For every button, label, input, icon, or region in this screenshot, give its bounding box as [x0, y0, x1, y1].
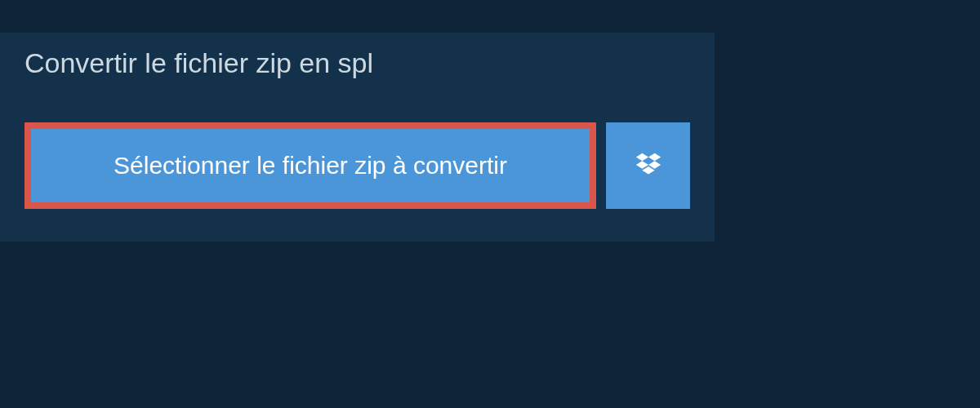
title-bar: Convertir le fichier zip en spl: [0, 33, 466, 94]
dropbox-button[interactable]: [606, 122, 690, 209]
select-file-button[interactable]: Sélectionner le fichier zip à convertir: [24, 122, 596, 209]
conversion-panel: Convertir le fichier zip en spl Sélectio…: [0, 33, 715, 242]
button-row: Sélectionner le fichier zip à convertir: [0, 94, 715, 209]
select-file-label: Sélectionner le fichier zip à convertir: [114, 152, 507, 180]
page-title: Convertir le fichier zip en spl: [24, 47, 441, 79]
dropbox-icon: [633, 150, 664, 181]
